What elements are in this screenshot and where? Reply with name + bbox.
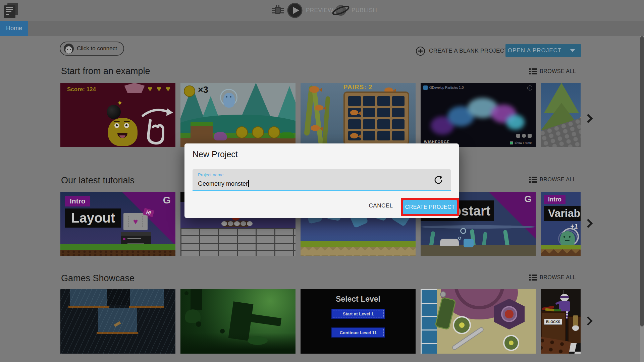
card-tutorial-variables[interactable]: Intro Variables +1	[541, 192, 581, 256]
continue-level-button[interactable]: Continue Level 11	[331, 327, 385, 338]
cancel-button[interactable]: CANCEL	[363, 202, 398, 209]
browse-all-showcase[interactable]: BROWSE ALL	[529, 275, 576, 281]
social-icons	[516, 134, 532, 138]
showcase-row: The Lost Dog's Frienship Oshi's Journey …	[60, 289, 581, 362]
card-pinball[interactable]: Pinball 3D	[421, 289, 536, 354]
create-project-label: CREATE PROJECT	[405, 204, 455, 210]
coin-count: ×3	[198, 85, 208, 95]
monster	[108, 118, 138, 146]
dialog-title: New Project	[193, 149, 238, 159]
create-blank-label: CREATE A BLANK PROJECT	[429, 48, 508, 54]
tutorial-tag: Intro	[544, 195, 566, 204]
publish-button[interactable]: PUBLISH	[352, 0, 377, 21]
scrollbar-thumb[interactable]	[640, 36, 644, 326]
info-icon: i	[527, 85, 532, 90]
open-project-label: OPEN A PROJECT	[505, 47, 564, 54]
blocks-label: BLOCKS	[544, 319, 562, 325]
card-pairs[interactable]: PAIRS: 2	[301, 83, 416, 147]
hearts: ♥ ♥ ♥	[148, 84, 171, 94]
card-tutorial-layout[interactable]: G Intro Layout ♥ Hi	[60, 192, 175, 256]
card-downhill[interactable]: G Downhill bike physics demo	[541, 83, 581, 147]
card-oshi[interactable]: Oshi's Journey	[180, 289, 296, 354]
scroll-right-chevron[interactable]	[584, 219, 593, 228]
pentagon-shape	[122, 83, 147, 93]
tutorial-word: Variables	[544, 206, 581, 221]
swipe-hand-icon	[140, 107, 174, 146]
show-frame-label: Show Frame	[515, 141, 532, 144]
tab-bar: Home	[0, 21, 644, 36]
card-lost-dog[interactable]: The Lost Dog's Frienship	[60, 289, 175, 354]
browse-all-label: BROWSE ALL	[540, 177, 576, 183]
browse-all-examples[interactable]: BROWSE ALL	[529, 68, 576, 74]
connect-button[interactable]: Click to connect	[60, 42, 124, 56]
field-value[interactable]: Geometry monster	[198, 180, 248, 187]
gdevelop-window: PREVIEW PUBLISH Home Click to connect CR…	[0, 0, 644, 362]
debug-icon[interactable]	[270, 3, 285, 18]
toolbar: PREVIEW PUBLISH	[0, 0, 644, 21]
create-blank-project-button[interactable]: CREATE A BLANK PROJECT	[416, 44, 508, 58]
browse-all-label: BROWSE ALL	[540, 68, 576, 74]
browse-all-tutorials[interactable]: BROWSE ALL	[529, 177, 576, 183]
open-project-button[interactable]: OPEN A PROJECT	[505, 44, 581, 57]
card-comet-combat[interactable]: Select Level Start at Level 1 Continue L…	[301, 289, 416, 354]
tutorial-tag: Intro	[65, 196, 90, 206]
browse-all-label: BROWSE ALL	[540, 275, 576, 281]
plus-circle-icon	[416, 47, 425, 56]
pairs-grid	[343, 92, 409, 145]
project-name-field[interactable]: Project name Geometry monster	[193, 169, 451, 191]
button-divider	[564, 46, 564, 55]
card-particles-demo[interactable]: GDevelop Particles 1.0 i WISHFORGE Show …	[421, 83, 536, 147]
text-cursor	[248, 180, 249, 187]
refresh-icon[interactable]	[433, 175, 443, 185]
list-icon	[529, 68, 537, 74]
list-icon	[529, 275, 537, 281]
scroll-right-chevron[interactable]	[584, 316, 593, 325]
preview-button[interactable]: PREVIEW	[306, 0, 333, 21]
section-title-examples: Start from an example	[61, 66, 150, 76]
field-label: Project name	[198, 172, 224, 177]
new-project-dialog: New Project Project name Geometry monste…	[184, 143, 459, 218]
card-geometry-monster[interactable]: Score: 124 ♥ ♥ ♥ ✦ Geometry monster	[60, 83, 175, 147]
tutorial-word: Layout	[65, 208, 121, 228]
list-icon	[529, 177, 537, 183]
create-project-button[interactable]: CREATE PROJECT	[403, 200, 457, 214]
play-icon[interactable]	[287, 3, 303, 18]
start-level-button[interactable]: Start at Level 1	[331, 309, 385, 319]
gdevelop-logo: G	[163, 194, 171, 206]
field-focus-underline	[193, 190, 451, 191]
scroll-right-chevron[interactable]	[584, 114, 593, 123]
annotation-highlight: CREATE PROJECT	[401, 198, 459, 216]
connect-label: Click to connect	[77, 45, 117, 52]
card-platformer[interactable]: ×3 Platformer	[180, 83, 296, 147]
pairs-banner: PAIRS: 2	[329, 83, 386, 91]
gdevelop-logo: G	[524, 194, 532, 204]
select-level-title: Select Level	[301, 295, 416, 304]
card-blocks[interactable]: BLOCKS It's Block Ma	[541, 289, 581, 354]
bomb-spark: ✦	[117, 99, 123, 108]
account-icon	[64, 44, 74, 54]
particles-watermark: GDevelop Particles 1.0	[429, 86, 464, 89]
score-text: Score: 124	[67, 86, 96, 93]
section-title-showcase: Games Showcase	[61, 273, 135, 284]
project-manager-icon-front[interactable]	[4, 5, 15, 18]
chevron-down-icon[interactable]	[570, 49, 575, 52]
publish-icon[interactable]	[332, 2, 350, 18]
tab-home[interactable]: Home	[0, 21, 28, 36]
section-title-tutorials: Our latest tutorials	[61, 175, 135, 186]
